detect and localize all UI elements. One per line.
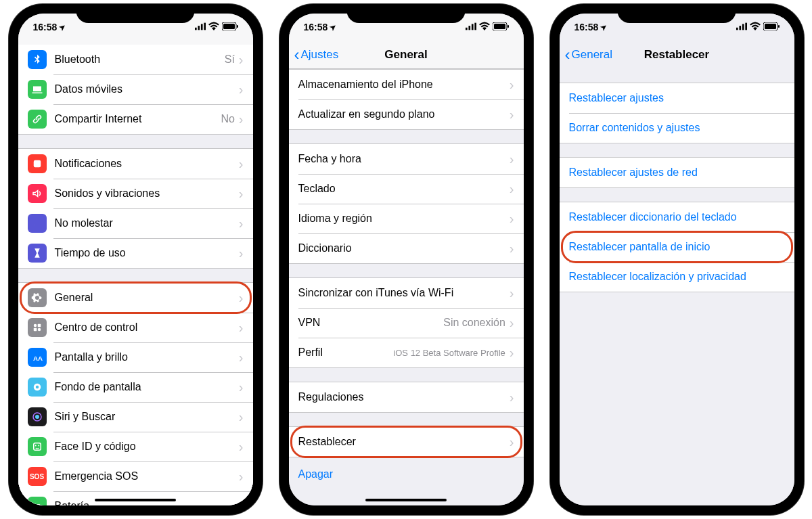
bat-icon bbox=[28, 497, 47, 505]
chevron-right-icon: › bbox=[239, 409, 244, 425]
svg-rect-24 bbox=[471, 24, 473, 30]
reset-option[interactable]: Restablecer ajustes bbox=[560, 83, 794, 113]
svg-rect-5 bbox=[223, 24, 235, 29]
wifi-icon bbox=[208, 21, 219, 34]
row-label: Apagar bbox=[298, 468, 514, 480]
reset-list[interactable]: Restablecer ajustes Borrar contenidos y … bbox=[560, 69, 794, 505]
svg-point-19 bbox=[38, 445, 39, 447]
row-label: Fecha y hora bbox=[298, 153, 510, 165]
row-label: Restablecer ajustes de red bbox=[569, 166, 785, 179]
settings-row[interactable]: Almacenamiento del iPhone › bbox=[289, 70, 524, 99]
svg-rect-10 bbox=[33, 328, 37, 332]
chevron-right-icon: › bbox=[510, 181, 514, 197]
chevron-right-icon: › bbox=[510, 77, 514, 93]
reset-option[interactable]: Restablecer diccionario del teclado bbox=[560, 202, 794, 232]
phone-2: 16:58 ➤ ‹ Ajustes General Almacenamiento… bbox=[279, 4, 533, 515]
settings-row[interactable]: Bluetooth Sí › bbox=[18, 45, 253, 74]
back-button[interactable]: ‹ General bbox=[565, 47, 612, 63]
sound-icon bbox=[28, 184, 47, 203]
signal-icon bbox=[736, 21, 747, 34]
screen: 16:58 ➤ Ajustes Bluetooth Sí › bbox=[18, 14, 253, 505]
back-button[interactable]: ‹ Ajustes bbox=[294, 47, 339, 63]
chevron-right-icon: › bbox=[239, 156, 244, 172]
settings-row[interactable]: Centro de control › bbox=[18, 313, 253, 342]
row-label: Datos móviles bbox=[55, 83, 239, 95]
chevron-right-icon: › bbox=[510, 345, 514, 361]
chevron-right-icon: › bbox=[510, 152, 514, 167]
phone-3: 16:58 ➤ ‹ General Restablecer Restablece… bbox=[550, 4, 804, 515]
phone-1: 16:58 ➤ Ajustes Bluetooth Sí › bbox=[9, 4, 263, 515]
row-label: Emergencia SOS bbox=[55, 470, 239, 482]
reset-option[interactable]: Borrar contenidos y ajustes bbox=[560, 113, 794, 143]
settings-row[interactable]: Idioma y región › bbox=[289, 204, 524, 233]
chevron-right-icon: › bbox=[510, 107, 514, 122]
chevron-right-icon: › bbox=[239, 380, 244, 395]
settings-row[interactable]: General › bbox=[18, 283, 253, 313]
reset-option[interactable]: Restablecer pantalla de inicio bbox=[560, 232, 794, 262]
reset-option[interactable]: Restablecer ajustes de red bbox=[560, 158, 794, 187]
nav-bar: ‹ Ajustes General bbox=[289, 41, 524, 69]
signal-icon bbox=[466, 21, 476, 34]
settings-row[interactable]: Tiempo de uso › bbox=[18, 238, 253, 268]
svg-rect-17 bbox=[33, 443, 41, 451]
settings-row[interactable]: SOS Emergencia SOS › bbox=[18, 461, 253, 491]
svg-rect-32 bbox=[745, 22, 747, 30]
wall-icon bbox=[28, 378, 47, 397]
settings-row[interactable]: Sincronizar con iTunes vía Wi-Fi › bbox=[289, 278, 524, 308]
row-value: No bbox=[221, 113, 234, 125]
settings-row[interactable]: VPN Sin conexión › bbox=[289, 308, 524, 338]
settings-row[interactable]: Actualizar en segundo plano › bbox=[289, 99, 524, 129]
settings-row[interactable]: Face ID y código › bbox=[18, 432, 253, 461]
chevron-right-icon: › bbox=[510, 286, 514, 301]
chevron-right-icon: › bbox=[510, 434, 514, 450]
settings-row[interactable]: Restablecer › bbox=[289, 427, 524, 457]
svg-rect-1 bbox=[198, 26, 200, 30]
chevron-right-icon: › bbox=[510, 315, 514, 331]
row-label: Siri y Buscar bbox=[55, 411, 239, 423]
hour-icon bbox=[28, 244, 47, 263]
svg-rect-30 bbox=[739, 26, 741, 30]
settings-row[interactable]: Teclado › bbox=[289, 174, 524, 204]
screen: 16:58 ➤ ‹ General Restablecer Restablece… bbox=[560, 14, 794, 505]
svg-point-11 bbox=[37, 328, 41, 332]
settings-row[interactable]: Compartir Internet No › bbox=[18, 104, 253, 134]
chevron-right-icon: › bbox=[239, 82, 244, 97]
battery-icon bbox=[763, 22, 780, 32]
row-label: Notificaciones bbox=[55, 158, 239, 170]
row-label: General bbox=[55, 292, 239, 304]
row-label: Face ID y código bbox=[55, 441, 239, 453]
row-label: Teclado bbox=[298, 183, 510, 195]
row-label: Compartir Internet bbox=[55, 113, 221, 125]
reset-option[interactable]: Restablecer localización y privacidad bbox=[560, 262, 794, 292]
settings-row[interactable]: AA Pantalla y brillo › bbox=[18, 342, 253, 372]
settings-row[interactable]: Fondo de pantalla › bbox=[18, 372, 253, 402]
bt-icon bbox=[28, 50, 47, 69]
home-indicator[interactable] bbox=[95, 499, 176, 501]
settings-row[interactable]: Sonidos y vibraciones › bbox=[18, 179, 253, 208]
general-list[interactable]: Almacenamiento del iPhone › Actualizar e… bbox=[289, 69, 524, 505]
chevron-right-icon: › bbox=[239, 290, 244, 306]
chevron-left-icon: ‹ bbox=[565, 47, 570, 63]
shutdown-button[interactable]: Apagar bbox=[289, 457, 524, 487]
row-label: Restablecer ajustes bbox=[569, 92, 785, 104]
svg-rect-35 bbox=[778, 25, 780, 28]
home-indicator[interactable] bbox=[365, 499, 447, 501]
row-value: Sin conexión bbox=[443, 317, 505, 329]
settings-row[interactable]: Fecha y hora › bbox=[289, 144, 524, 174]
settings-row[interactable]: Diccionario › bbox=[289, 233, 524, 263]
settings-row[interactable]: Siri y Buscar › bbox=[18, 402, 253, 432]
settings-row[interactable]: Regulaciones › bbox=[289, 382, 524, 412]
chevron-right-icon: › bbox=[239, 186, 244, 202]
signal-icon bbox=[195, 21, 206, 34]
battery-icon bbox=[222, 22, 238, 32]
settings-row[interactable]: Datos móviles › bbox=[18, 74, 253, 104]
settings-list[interactable]: Bluetooth Sí › Datos móviles › Compartir… bbox=[18, 45, 253, 505]
svg-rect-3 bbox=[204, 22, 206, 30]
svg-rect-23 bbox=[468, 26, 470, 30]
svg-point-16 bbox=[35, 415, 39, 419]
settings-row[interactable]: Perfil iOS 12 Beta Software Profile › bbox=[289, 338, 524, 367]
svg-rect-21 bbox=[41, 505, 42, 506]
settings-row[interactable]: Notificaciones › bbox=[18, 149, 253, 179]
settings-row[interactable]: No molestar › bbox=[18, 208, 253, 238]
chevron-right-icon: › bbox=[510, 211, 514, 227]
